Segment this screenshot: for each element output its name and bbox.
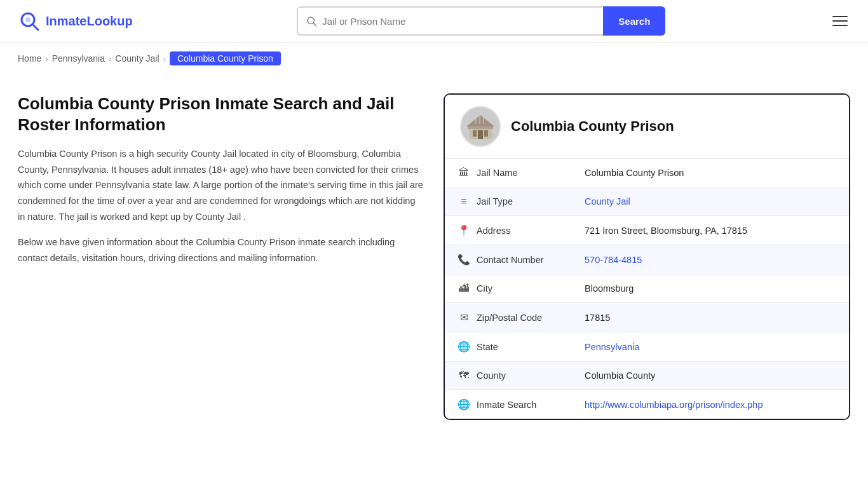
row-value[interactable]: Pennsylvania	[572, 332, 849, 362]
breadcrumb-current: Columbia County Prison	[170, 51, 281, 65]
jail-icon: 🏛	[458, 167, 470, 179]
page-description-2: Below we have given information about th…	[18, 234, 424, 266]
logo-text: InmateLookup	[46, 14, 133, 29]
table-row: 🗺CountyColumbia County	[445, 362, 849, 390]
svg-rect-6	[473, 130, 477, 137]
row-label: 📍Address	[445, 216, 572, 245]
row-value[interactable]: http://www.columbiapa.org/prison/index.p…	[572, 390, 849, 419]
city-icon: 🏙	[458, 283, 470, 294]
table-row: 🌐Inmate Searchhttp://www.columbiapa.org/…	[445, 390, 849, 419]
search-wrapper	[297, 6, 603, 36]
zip-icon: ✉	[458, 311, 470, 323]
hamburger-line-2	[832, 20, 848, 22]
row-label: 🏙City	[445, 274, 572, 303]
row-value-link[interactable]: http://www.columbiapa.org/prison/index.p…	[585, 400, 763, 410]
row-value: 17815	[572, 303, 849, 332]
table-row: 📞Contact Number570-784-4815	[445, 245, 849, 274]
svg-point-2	[25, 17, 31, 22]
main-content: Columbia County Prison Inmate Search and…	[0, 74, 868, 445]
svg-line-4	[314, 23, 316, 25]
logo-link[interactable]: InmateLookup	[18, 10, 133, 32]
row-label: 🗺County	[445, 362, 572, 390]
svg-rect-11	[475, 118, 477, 124]
row-value-link[interactable]: Pennsylvania	[585, 342, 639, 352]
row-value: 721 Iron Street, Bloomsburg, PA, 17815	[572, 216, 849, 245]
svg-rect-8	[478, 130, 483, 139]
table-row: ✉Zip/Postal Code17815	[445, 303, 849, 332]
row-value: Bloomsburg	[572, 274, 849, 303]
phone-icon: 📞	[458, 254, 470, 266]
page-title: Columbia County Prison Inmate Search and…	[18, 93, 424, 135]
breadcrumb-chevron-1: ›	[45, 54, 48, 64]
list-icon: ≡	[458, 196, 470, 207]
svg-rect-12	[479, 116, 480, 124]
breadcrumb-home[interactable]: Home	[18, 53, 41, 64]
svg-rect-9	[468, 126, 493, 129]
page-description-1: Columbia County Prison is a high securit…	[18, 146, 424, 224]
search-globe-icon: 🌐	[458, 398, 470, 410]
info-table: 🏛Jail NameColumbia County Prison≡Jail Ty…	[445, 159, 849, 419]
table-row: ≡Jail TypeCounty Jail	[445, 187, 849, 216]
row-value-link[interactable]: 570-784-4815	[585, 255, 642, 265]
row-label: 🌐State	[445, 332, 572, 362]
prison-thumbnail	[460, 106, 501, 147]
svg-line-1	[32, 24, 38, 30]
table-row: 🌐StatePennsylvania	[445, 332, 849, 362]
globe-icon: 🌐	[458, 341, 470, 353]
row-label: 🌐Inmate Search	[445, 390, 572, 419]
prison-building-svg	[464, 110, 497, 143]
row-label: 🏛Jail Name	[445, 159, 572, 187]
logo-part2: Lookup	[86, 14, 132, 28]
row-value-link[interactable]: County Jail	[585, 196, 630, 207]
card-title: Columbia County Prison	[511, 118, 674, 135]
breadcrumb-chevron-3: ›	[163, 54, 166, 64]
table-row: 🏛Jail NameColumbia County Prison	[445, 159, 849, 187]
logo-icon-svg	[18, 10, 41, 32]
card-header: Columbia County Prison	[445, 95, 849, 159]
breadcrumb-chevron-2: ›	[109, 54, 111, 64]
hamburger-line-3	[832, 25, 848, 26]
row-value[interactable]: 570-784-4815	[572, 245, 849, 274]
search-input[interactable]	[322, 16, 595, 27]
search-area: Search	[297, 6, 665, 36]
row-label: ≡Jail Type	[445, 187, 572, 216]
right-column: Columbia County Prison 🏛Jail NameColumbi…	[444, 93, 850, 420]
county-icon: 🗺	[458, 370, 470, 381]
breadcrumb: Home › Pennsylvania › County Jail › Colu…	[0, 43, 868, 74]
table-row: 📍Address721 Iron Street, Bloomsburg, PA,…	[445, 216, 849, 245]
row-value: Columbia County Prison	[572, 159, 849, 187]
left-column: Columbia County Prison Inmate Search and…	[18, 93, 424, 276]
row-value[interactable]: County Jail	[572, 187, 849, 216]
table-row: 🏙CityBloomsburg	[445, 274, 849, 303]
site-header: InmateLookup Search	[0, 0, 868, 43]
location-icon: 📍	[458, 224, 470, 236]
row-label: 📞Contact Number	[445, 245, 572, 274]
search-button[interactable]: Search	[603, 6, 665, 36]
svg-rect-13	[483, 118, 484, 124]
svg-rect-7	[484, 130, 488, 137]
info-card: Columbia County Prison 🏛Jail NameColumbi…	[444, 93, 850, 420]
search-icon	[306, 15, 317, 27]
hamburger-button[interactable]	[830, 13, 850, 29]
logo-part1: Inmate	[46, 14, 86, 28]
hamburger-line-1	[832, 16, 848, 17]
breadcrumb-county-jail[interactable]: County Jail	[115, 53, 159, 64]
breadcrumb-pennsylvania[interactable]: Pennsylvania	[52, 53, 105, 64]
row-label: ✉Zip/Postal Code	[445, 303, 572, 332]
row-value: Columbia County	[572, 362, 849, 390]
